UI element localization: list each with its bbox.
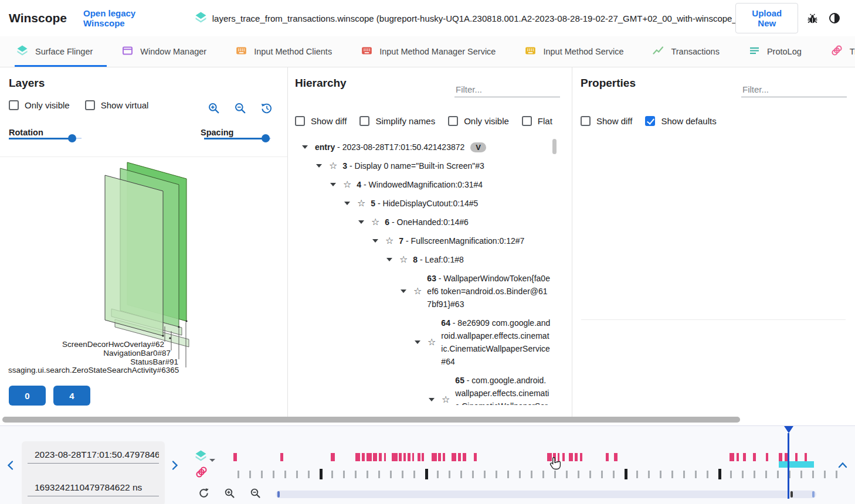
layers-title: Layers [9,77,45,90]
star-icon[interactable]: ☆ [442,394,450,405]
checkbox-box[interactable] [9,100,19,110]
trace-event-marker [575,453,578,461]
timeline-tick [261,471,263,478]
expand-arrow-icon[interactable] [344,202,350,205]
timeline-tick [812,471,814,478]
layer-id-button-0[interactable]: 0 [9,386,46,406]
checkbox-box[interactable] [581,116,591,126]
checkbox-box[interactable] [522,116,532,126]
trace-event-marker [373,453,377,461]
tab-surface-flinger[interactable]: Surface Flinger [16,36,93,67]
timeline-tick [648,471,650,478]
layers-panel: Layers Only visible Show virtual Rotatio… [0,67,287,417]
tab-input-method-service[interactable]: Input Method Service [525,36,623,67]
timeline-zoom-slider[interactable] [276,491,816,498]
checkbox-box[interactable] [359,116,369,126]
tab-protolog[interactable]: ProtoLog [749,36,802,67]
star-icon[interactable]: ☆ [413,286,422,297]
expand-arrow-icon[interactable] [302,145,308,149]
timeline-tick [355,471,357,478]
spacing-slider-thumb[interactable] [262,134,270,142]
checkbox-show-defaults[interactable]: Show defaults [645,116,716,126]
app-header: Winscope Open legacy Winscope layers_tra… [0,0,855,36]
tree-node[interactable]: ☆ 7 - FullscreenMagnification:0:12#7 [294,231,551,250]
hierarchy-filter-input[interactable] [454,82,560,97]
expand-arrow-icon[interactable] [386,258,392,261]
trace-event-marker [562,453,565,461]
checkbox-show-virtual[interactable]: Show virtual [85,100,149,110]
tree-node[interactable]: ☆ 5 - HideDisplayCutout:0:14#5 [294,194,551,213]
dark-mode-icon[interactable] [827,11,842,26]
rotation-slider-thumb[interactable] [68,134,76,142]
expand-arrow-icon[interactable] [330,183,336,186]
layer-label: StatusBar#91 [130,357,178,366]
timeline-cursor[interactable] [788,433,789,499]
tree-node[interactable]: ☆ entry - 2023-08-28T17:01:50.421423872 … [294,138,551,156]
tree-node[interactable]: ☆ 3 - Display 0 name="Built-in Screen"#3 [294,156,551,175]
star-icon[interactable]: ☆ [357,198,365,209]
layer-label: ScreenDecorHwcOverlay#62 [62,340,164,349]
tab-tra[interactable]: Tra [831,36,855,67]
zoom-in-icon[interactable] [206,101,221,115]
checkbox-only-visible[interactable]: Only visible [448,116,509,126]
tree-node[interactable]: ☆ 4 - WindowedMagnification:0:31#4 [294,175,551,194]
expand-arrow-icon[interactable] [358,220,364,224]
properties-filter-input[interactable] [741,82,847,97]
timeline-tick [367,471,368,478]
trace-event-marker [422,453,424,461]
star-icon[interactable]: ☆ [343,179,351,190]
open-legacy-link[interactable]: Open legacy Winscope [83,8,176,28]
trace-event-marker [730,453,734,461]
checkbox-box[interactable] [645,116,655,126]
tab-transactions[interactable]: Transactions [653,36,719,67]
expand-timeline-button[interactable] [836,460,849,472]
tab-window-manager[interactable]: Window Manager [122,36,206,67]
checkbox-only-visible[interactable]: Only visible [9,100,70,110]
star-icon[interactable]: ☆ [399,254,408,265]
properties-divider [581,319,846,320]
tree-scrollbar[interactable] [552,139,557,154]
layer-id-button-4[interactable]: 4 [53,386,90,406]
timeline-tick [238,471,239,478]
checkbox-box[interactable] [448,116,458,126]
checkbox-flat[interactable]: Flat [522,116,552,126]
tree-node[interactable]: ☆ 64 - 8e26909 com.google.android.wallpa… [294,314,551,371]
tree-node[interactable]: ☆ 6 - OneHanded:0:14#6 [294,213,551,231]
star-icon[interactable]: ☆ [428,337,436,348]
expand-arrow-icon[interactable] [415,340,420,344]
expand-arrow-icon[interactable] [429,398,435,401]
trace-event-marker [392,453,398,461]
restore-icon[interactable] [259,101,274,115]
checkbox-show-diff[interactable]: Show diff [295,116,347,126]
trace-event-marker [606,453,609,461]
checkbox-show-diff[interactable]: Show diff [581,116,632,126]
keyboard-icon [236,45,247,59]
star-icon[interactable]: ☆ [329,161,337,171]
expand-arrow-icon[interactable] [372,239,378,243]
expand-arrow-icon[interactable] [316,164,322,168]
upload-new-button[interactable]: Upload New [735,3,798,33]
rotation-slider[interactable] [9,134,82,142]
tree-node[interactable]: ☆ 63 - WallpaperWindowToken{fa0eef6 toke… [294,269,551,314]
properties-title: Properties [581,77,636,90]
checkbox-simplify-names[interactable]: Simplify names [359,116,435,126]
visibility-chip: V [470,142,486,152]
checkbox-box[interactable] [295,116,305,126]
horizontal-scrollbar[interactable] [2,417,740,423]
star-icon[interactable]: ☆ [385,236,393,246]
timeline-tick [742,471,744,478]
bug-report-icon[interactable] [805,11,820,26]
tree-node[interactable]: ☆ 65 - com.google.android.wallpaper.effe… [294,371,551,405]
zoom-out-icon[interactable] [233,101,247,115]
tab-input-method-clients[interactable]: Input Method Clients [236,36,332,67]
expand-arrow-icon[interactable] [401,290,406,293]
tab-input-method-manager-service[interactable]: Input Method Manager Service [361,36,496,67]
checkbox-box[interactable] [85,100,95,110]
spacing-slider[interactable] [204,134,271,142]
star-icon[interactable]: ☆ [371,217,379,227]
timeline-selection[interactable] [779,461,814,468]
tree-node[interactable]: ☆ 8 - Leaf:0:1#8 [294,250,551,269]
trace-event-marker [753,453,756,461]
trace-event-marker [458,453,461,461]
timeline-cursor-head[interactable] [784,426,793,433]
